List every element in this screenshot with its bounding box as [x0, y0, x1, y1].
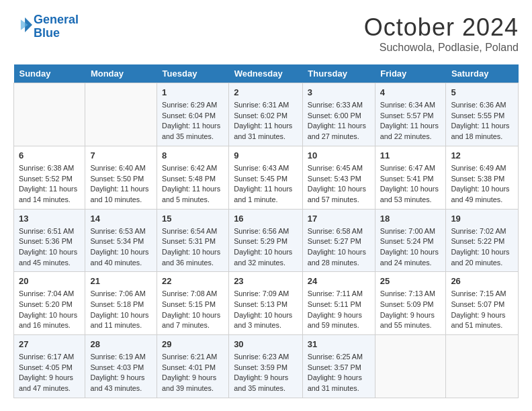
day-cell: 1Sunrise: 6:29 AMSunset: 6:04 PMDaylight… — [157, 83, 229, 146]
header-saturday: Saturday — [446, 64, 519, 83]
day-cell: 27Sunrise: 6:17 AMSunset: 4:05 PMDayligh… — [14, 335, 85, 398]
day-number: 14 — [90, 213, 152, 225]
day-info: Sunrise: 7:00 AMSunset: 5:24 PMDaylight:… — [380, 226, 441, 269]
day-cell: 24Sunrise: 7:11 AMSunset: 5:11 PMDayligh… — [302, 272, 375, 335]
logo-text: GeneralBlue — [34, 13, 79, 40]
day-info: Sunrise: 6:29 AMSunset: 6:04 PMDaylight:… — [162, 100, 224, 142]
day-info: Sunrise: 7:02 AMSunset: 5:22 PMDaylight:… — [451, 226, 513, 269]
page-header: GeneralBlue October 2024 Suchowola, Podl… — [13, 13, 519, 54]
day-number: 6 — [19, 150, 80, 162]
header-row: SundayMondayTuesdayWednesdayThursdayFrid… — [14, 64, 519, 83]
day-number: 30 — [234, 338, 298, 351]
day-number: 20 — [19, 275, 80, 287]
day-number: 2 — [234, 87, 298, 99]
day-info: Sunrise: 6:47 AMSunset: 5:41 PMDaylight:… — [380, 163, 441, 205]
day-cell: 23Sunrise: 7:09 AMSunset: 5:13 PMDayligh… — [229, 272, 303, 335]
day-info: Sunrise: 6:19 AMSunset: 4:03 PMDaylight:… — [90, 352, 152, 394]
logo: GeneralBlue — [13, 13, 79, 40]
day-cell: 17Sunrise: 6:58 AMSunset: 5:27 PMDayligh… — [302, 209, 375, 272]
day-info: Sunrise: 6:43 AMSunset: 5:45 PMDaylight:… — [234, 163, 298, 205]
day-cell: 22Sunrise: 7:08 AMSunset: 5:15 PMDayligh… — [157, 272, 229, 335]
day-cell: 7Sunrise: 6:40 AMSunset: 5:50 PMDaylight… — [85, 146, 157, 209]
day-number: 31 — [308, 338, 370, 351]
day-number: 17 — [308, 213, 370, 225]
day-cell: 18Sunrise: 7:00 AMSunset: 5:24 PMDayligh… — [375, 209, 446, 272]
header-friday: Friday — [375, 64, 446, 83]
day-number: 21 — [90, 275, 152, 287]
day-info: Sunrise: 6:40 AMSunset: 5:50 PMDaylight:… — [90, 163, 152, 205]
week-row-1: 1Sunrise: 6:29 AMSunset: 6:04 PMDaylight… — [14, 83, 519, 146]
day-number: 5 — [451, 87, 513, 99]
day-info: Sunrise: 6:53 AMSunset: 5:34 PMDaylight:… — [90, 226, 152, 269]
day-number: 19 — [451, 213, 513, 225]
day-cell: 6Sunrise: 6:38 AMSunset: 5:52 PMDaylight… — [14, 146, 85, 209]
day-info: Sunrise: 7:15 AMSunset: 5:07 PMDaylight:… — [451, 289, 513, 331]
day-cell — [85, 83, 157, 146]
day-info: Sunrise: 7:06 AMSunset: 5:18 PMDaylight:… — [90, 289, 152, 331]
day-number: 26 — [451, 275, 513, 287]
day-cell: 25Sunrise: 7:13 AMSunset: 5:09 PMDayligh… — [375, 272, 446, 335]
day-cell: 30Sunrise: 6:23 AMSunset: 3:59 PMDayligh… — [229, 335, 303, 398]
day-cell — [375, 335, 446, 398]
day-number: 27 — [19, 338, 80, 351]
day-info: Sunrise: 6:45 AMSunset: 5:43 PMDaylight:… — [308, 163, 370, 205]
header-monday: Monday — [85, 64, 157, 83]
day-number: 18 — [380, 213, 441, 225]
day-info: Sunrise: 6:34 AMSunset: 5:57 PMDaylight:… — [380, 100, 441, 142]
calendar-table: SundayMondayTuesdayWednesdayThursdayFrid… — [13, 64, 519, 398]
day-cell: 11Sunrise: 6:47 AMSunset: 5:41 PMDayligh… — [375, 146, 446, 209]
day-cell: 16Sunrise: 6:56 AMSunset: 5:29 PMDayligh… — [229, 209, 303, 272]
day-cell: 4Sunrise: 6:34 AMSunset: 5:57 PMDaylight… — [375, 83, 446, 146]
day-cell — [446, 335, 519, 398]
day-info: Sunrise: 7:04 AMSunset: 5:20 PMDaylight:… — [19, 289, 80, 331]
day-info: Sunrise: 6:31 AMSunset: 6:02 PMDaylight:… — [234, 100, 298, 142]
header-tuesday: Tuesday — [157, 64, 229, 83]
day-info: Sunrise: 7:09 AMSunset: 5:13 PMDaylight:… — [234, 289, 298, 331]
day-info: Sunrise: 7:13 AMSunset: 5:09 PMDaylight:… — [380, 289, 441, 331]
day-cell: 26Sunrise: 7:15 AMSunset: 5:07 PMDayligh… — [446, 272, 519, 335]
day-number: 28 — [90, 338, 152, 351]
day-number: 12 — [451, 150, 513, 162]
day-cell: 3Sunrise: 6:33 AMSunset: 6:00 PMDaylight… — [302, 83, 375, 146]
week-row-5: 27Sunrise: 6:17 AMSunset: 4:05 PMDayligh… — [14, 335, 519, 398]
day-info: Sunrise: 6:17 AMSunset: 4:05 PMDaylight:… — [19, 352, 80, 394]
day-number: 3 — [308, 87, 370, 99]
day-cell: 14Sunrise: 6:53 AMSunset: 5:34 PMDayligh… — [85, 209, 157, 272]
location: Suchowola, Podlasie, Poland — [364, 42, 519, 54]
day-number: 8 — [162, 150, 224, 162]
day-info: Sunrise: 6:33 AMSunset: 6:00 PMDaylight:… — [308, 100, 370, 142]
day-cell: 12Sunrise: 6:49 AMSunset: 5:38 PMDayligh… — [446, 146, 519, 209]
day-number: 1 — [162, 87, 224, 99]
day-cell: 8Sunrise: 6:42 AMSunset: 5:48 PMDaylight… — [157, 146, 229, 209]
day-info: Sunrise: 6:58 AMSunset: 5:27 PMDaylight:… — [308, 226, 370, 269]
day-cell: 2Sunrise: 6:31 AMSunset: 6:02 PMDaylight… — [229, 83, 303, 146]
day-number: 22 — [162, 275, 224, 287]
day-number: 25 — [380, 275, 441, 287]
day-cell: 9Sunrise: 6:43 AMSunset: 5:45 PMDaylight… — [229, 146, 303, 209]
day-cell: 31Sunrise: 6:25 AMSunset: 3:57 PMDayligh… — [302, 335, 375, 398]
week-row-2: 6Sunrise: 6:38 AMSunset: 5:52 PMDaylight… — [14, 146, 519, 209]
day-cell: 21Sunrise: 7:06 AMSunset: 5:18 PMDayligh… — [85, 272, 157, 335]
day-number: 11 — [380, 150, 441, 162]
day-info: Sunrise: 6:38 AMSunset: 5:52 PMDaylight:… — [19, 163, 80, 205]
day-info: Sunrise: 6:42 AMSunset: 5:48 PMDaylight:… — [162, 163, 224, 205]
day-cell: 28Sunrise: 6:19 AMSunset: 4:03 PMDayligh… — [85, 335, 157, 398]
day-number: 29 — [162, 338, 224, 351]
day-info: Sunrise: 7:08 AMSunset: 5:15 PMDaylight:… — [162, 289, 224, 331]
day-info: Sunrise: 6:51 AMSunset: 5:36 PMDaylight:… — [19, 226, 80, 269]
header-sunday: Sunday — [14, 64, 85, 83]
week-row-4: 20Sunrise: 7:04 AMSunset: 5:20 PMDayligh… — [14, 272, 519, 335]
day-info: Sunrise: 6:36 AMSunset: 5:55 PMDaylight:… — [451, 100, 513, 142]
day-cell: 13Sunrise: 6:51 AMSunset: 5:36 PMDayligh… — [14, 209, 85, 272]
day-cell: 19Sunrise: 7:02 AMSunset: 5:22 PMDayligh… — [446, 209, 519, 272]
day-info: Sunrise: 6:21 AMSunset: 4:01 PMDaylight:… — [162, 352, 224, 394]
week-row-3: 13Sunrise: 6:51 AMSunset: 5:36 PMDayligh… — [14, 209, 519, 272]
day-number: 9 — [234, 150, 298, 162]
day-cell: 29Sunrise: 6:21 AMSunset: 4:01 PMDayligh… — [157, 335, 229, 398]
day-info: Sunrise: 6:56 AMSunset: 5:29 PMDaylight:… — [234, 226, 298, 269]
header-thursday: Thursday — [302, 64, 375, 83]
day-number: 4 — [380, 87, 441, 99]
day-number: 7 — [90, 150, 152, 162]
day-number: 13 — [19, 213, 80, 225]
day-cell: 20Sunrise: 7:04 AMSunset: 5:20 PMDayligh… — [14, 272, 85, 335]
